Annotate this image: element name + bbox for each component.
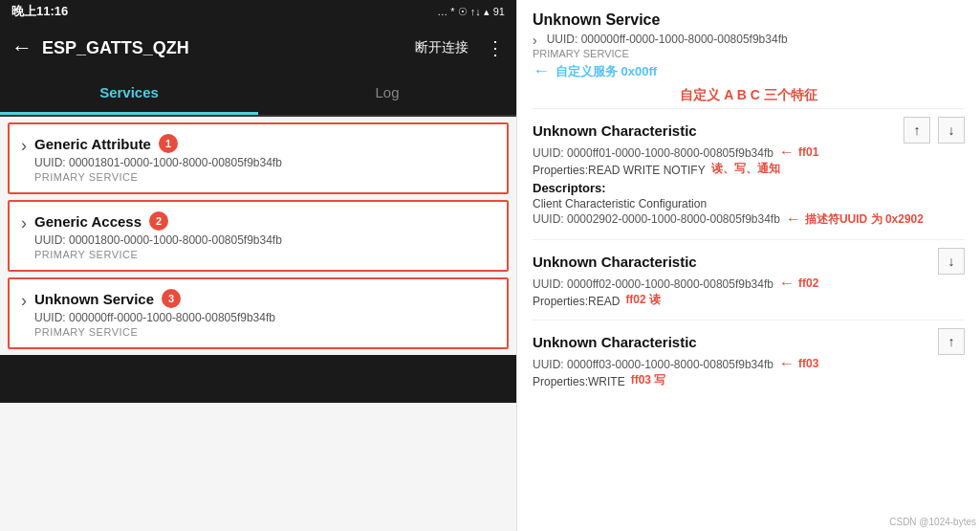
- services-list: › Generic Attribute 1 UUID: 00001801-000…: [0, 117, 516, 531]
- characteristic-3: Unknown Characteristic ↑ UUID: 0000ff03-…: [533, 320, 965, 396]
- device-title: ESP_GATTS_QZH: [42, 38, 405, 58]
- bottom-bar: [0, 355, 516, 403]
- service-item-content: Generic Attribute 1 UUID: 00001801-0000-…: [34, 134, 495, 183]
- detail-service-type: PRIMARY SERVICE: [533, 48, 965, 59]
- char2-uuid-annotation: ← ff02: [779, 275, 818, 292]
- upload-button-3[interactable]: ↑: [938, 328, 965, 355]
- characteristic-2: Unknown Characteristic ↓ UUID: 0000ff02-…: [533, 239, 965, 316]
- char2-uuid-row: UUID: 0000ff02-0000-1000-8000-00805f9b34…: [533, 275, 965, 292]
- service-item-unknown-service[interactable]: › Unknown Service 3 UUID: 000000ff-0000-…: [8, 277, 509, 349]
- service-badge: 2: [149, 211, 168, 231]
- tabs-row: Services Log: [0, 73, 516, 117]
- service-type: PRIMARY SERVICE: [34, 171, 495, 183]
- char2-props-row: Properties:READ ff02 读: [533, 292, 965, 308]
- disconnect-button[interactable]: 断开连接: [415, 39, 468, 56]
- detail-service-title: Unknown Service: [533, 11, 965, 29]
- detail-service-uuid: UUID: 000000ff-0000-1000-8000-00805f9b34…: [547, 33, 788, 46]
- descriptor-uuid-annotation: ← 描述符UUID 为 0x2902: [786, 210, 924, 228]
- char2-props-note: ff02 读: [625, 292, 661, 308]
- char-uuid-row: UUID: 0000ff01-0000-1000-8000-00805f9b34…: [533, 144, 965, 161]
- service-name: Generic Access 2: [34, 211, 495, 231]
- char3-uuid-row: UUID: 0000ff03-0000-1000-8000-00805f9b34…: [533, 355, 965, 372]
- char3-props-row: Properties:WRITE ff03 写: [533, 372, 965, 388]
- service-uuid: UUID: 00001801-0000-1000-8000-00805f9b34…: [34, 156, 495, 169]
- service-type: PRIMARY SERVICE: [34, 326, 495, 338]
- service-item-content: Generic Access 2 UUID: 00001800-0000-100…: [34, 211, 495, 260]
- service-type: PRIMARY SERVICE: [34, 249, 495, 260]
- service-uuid: UUID: 000000ff-0000-1000-8000-00805f9b34…: [34, 311, 495, 324]
- upload-button[interactable]: ↑: [904, 117, 930, 144]
- descriptor-label: Descriptors:: [533, 181, 965, 195]
- blue-annotation: ← 自定义服务 0x00ff: [533, 61, 965, 81]
- service-name: Unknown Service 3: [34, 289, 495, 308]
- service-uuid: UUID: 00001800-0000-1000-8000-00805f9b34…: [34, 233, 495, 247]
- detail-expand-row: › UUID: 000000ff-0000-1000-8000-00805f9b…: [533, 33, 965, 48]
- battery-icon: 91: [493, 6, 505, 17]
- descriptor-name: Client Characteristic Configuration: [533, 197, 965, 210]
- arrow-right-icon: ←: [533, 61, 550, 81]
- char-props-row: Properties:READ WRITE NOTIFY 读、写、通知: [533, 161, 965, 177]
- service-badge: 3: [162, 289, 181, 308]
- watermark: CSDN @1024-bytes: [889, 517, 976, 527]
- abc-annotation: 自定义 A B C 三个特征: [533, 87, 965, 104]
- status-bar: 晚上11:16 … * ☉ ↑↓ ▴ 91: [0, 0, 516, 23]
- char3-actions: ↑: [938, 328, 965, 355]
- detail-panel: Unknown Service › UUID: 000000ff-0000-10…: [516, 0, 980, 531]
- char3-props-note: ff03 写: [631, 372, 666, 388]
- download-button[interactable]: ↓: [938, 117, 965, 144]
- char3-uuid-annotation: ← ff03: [779, 355, 818, 372]
- char-uuid-annotation: ← ff01: [779, 144, 818, 161]
- phone-panel: 晚上11:16 … * ☉ ↑↓ ▴ 91 ← ESP_GATTS_QZH 断开…: [0, 0, 516, 531]
- expand-icon[interactable]: ›: [533, 33, 537, 48]
- status-icons: … * ☉ ↑↓ ▴ 91: [437, 6, 505, 18]
- tab-log[interactable]: Log: [258, 73, 516, 115]
- char2-actions: ↓: [938, 248, 965, 275]
- download-button-2[interactable]: ↓: [938, 248, 965, 275]
- tab-services[interactable]: Services: [0, 73, 258, 115]
- toolbar: ← ESP_GATTS_QZH 断开连接 ⋮: [0, 23, 516, 73]
- more-button[interactable]: ⋮: [486, 36, 505, 59]
- char2-title-row: Unknown Characteristic ↓: [533, 248, 965, 275]
- back-button[interactable]: ←: [11, 35, 33, 60]
- service-item-content: Unknown Service 3 UUID: 000000ff-0000-10…: [34, 289, 495, 338]
- service-name: Generic Attribute 1: [34, 134, 495, 153]
- service-badge: 1: [159, 134, 178, 153]
- char-title-row: Unknown Characteristic ↑ ↓: [533, 117, 965, 144]
- chevron-icon: ›: [21, 213, 27, 233]
- service-item-generic-access[interactable]: › Generic Access 2 UUID: 00001800-0000-1…: [8, 200, 509, 272]
- char-actions: ↑ ↓: [904, 117, 965, 144]
- chevron-icon: ›: [21, 136, 27, 156]
- char-props-note: 读、写、通知: [711, 161, 780, 177]
- chevron-icon: ›: [21, 291, 27, 311]
- service-item-generic-attribute[interactable]: › Generic Attribute 1 UUID: 00001801-000…: [8, 122, 509, 194]
- bluetooth-icon: … * ☉ ↑↓ ▴: [437, 6, 490, 18]
- characteristic-1: Unknown Characteristic ↑ ↓ UUID: 0000ff0…: [533, 108, 965, 235]
- status-time: 晚上11:16: [11, 3, 68, 20]
- descriptor-uuid-row: UUID: 00002902-0000-1000-8000-00805f9b34…: [533, 210, 965, 228]
- char3-title-row: Unknown Characteristic ↑: [533, 328, 965, 355]
